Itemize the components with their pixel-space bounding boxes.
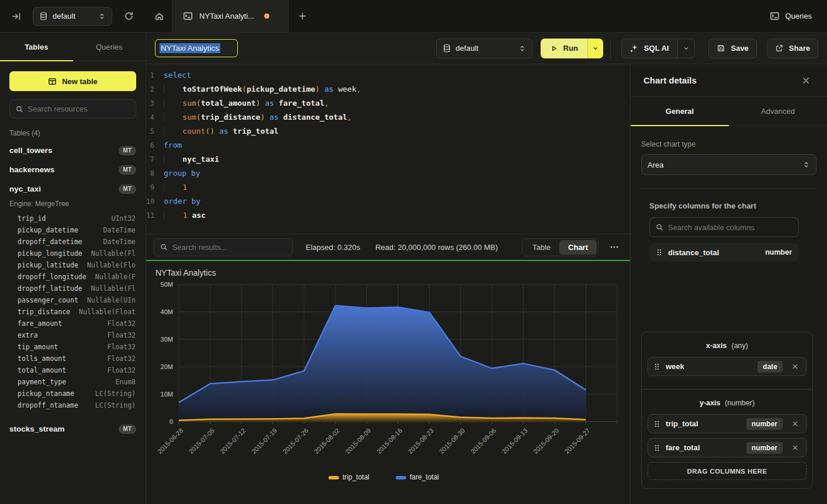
svg-text:2015-08-16: 2015-08-16 (375, 427, 403, 455)
results-search-input[interactable] (172, 243, 286, 252)
share-icon (775, 44, 784, 53)
table-column[interactable]: total_amount Float32 (0, 364, 146, 376)
refresh-button[interactable] (120, 8, 137, 25)
run-button[interactable]: Run (541, 39, 587, 58)
sql-ai-options-button[interactable] (677, 39, 694, 58)
column-type: UInt32 (111, 214, 136, 223)
tab-advanced[interactable]: Advanced (729, 97, 827, 126)
table-item[interactable]: stocks_stream MT (0, 419, 146, 439)
remove-column-button[interactable] (790, 443, 800, 453)
query-title-input[interactable]: NYTaxi Analytics (155, 39, 238, 57)
table-column[interactable]: dropoff_datetime DateTime (0, 236, 146, 248)
sidebar-search-input[interactable] (28, 105, 130, 113)
chart-type-select[interactable]: Area (641, 154, 816, 175)
table-view-button[interactable]: Table (524, 240, 559, 255)
home-tab[interactable] (146, 0, 172, 32)
tab-general[interactable]: General (631, 97, 729, 126)
column-type: Nullable(Fl (91, 249, 136, 258)
editor-line: 3 sum(total_amount) as fare_total, (146, 96, 630, 110)
table-column[interactable]: pickup_latitude Nullable(Flo (0, 259, 146, 271)
table-column[interactable]: extra Float32 (0, 329, 146, 341)
search-icon (16, 105, 23, 113)
drag-handle-icon (654, 363, 660, 371)
remove-column-button[interactable] (790, 419, 800, 429)
x-axis-header: x-axis(any) (648, 342, 807, 350)
y-axis-item-fare-total[interactable]: fare_total number (648, 438, 807, 457)
svg-text:2015-09-06: 2015-09-06 (469, 427, 497, 455)
engine-badge: MT (119, 146, 136, 155)
table-item[interactable]: cell_towers MT (0, 141, 146, 160)
table-column[interactable]: payment_type Enum8 (0, 376, 146, 388)
chevron-updown-icon (518, 44, 526, 53)
tabstrip: NYTaxi Analyti... (146, 0, 316, 32)
table-column[interactable]: tolls_amount Float32 (0, 353, 146, 364)
y-axis-item-trip-total[interactable]: trip_total number (648, 414, 807, 433)
code-line: count() as trip_total (164, 124, 279, 138)
line-number: 10 (146, 194, 164, 208)
columns-search[interactable] (649, 217, 799, 237)
run-options-button[interactable] (587, 39, 603, 58)
sql-editor[interactable]: 1select2 toStartOfWeek(pickup_datetime) … (146, 64, 630, 234)
sql-ai-button[interactable]: SQL AI (621, 39, 695, 58)
legend-item-fare_total[interactable]: fare_total (396, 473, 439, 481)
editor-line: 1select (146, 68, 630, 82)
column-name: dropoff_latitude (18, 284, 82, 293)
table-column[interactable]: trip_distance Nullable(Float (0, 306, 146, 318)
table-item[interactable]: hackernews MT (0, 160, 146, 179)
query-tab[interactable]: NYTaxi Analyti... (172, 0, 289, 32)
svg-text:2015-09-20: 2015-09-20 (532, 427, 560, 455)
new-table-button[interactable]: New table (9, 71, 136, 91)
drag-handle-icon (654, 420, 660, 428)
database-icon (442, 44, 451, 53)
share-button[interactable]: Share (767, 39, 818, 58)
new-tab-button[interactable] (289, 0, 316, 32)
close-panel-button[interactable] (798, 72, 814, 89)
table-column[interactable]: pickup_datetime DateTime (0, 224, 146, 236)
drag-columns-dropzone[interactable]: DRAG COLUMNS HERE (648, 462, 807, 480)
y-axis-header: y-axis(number) (648, 399, 807, 407)
results-search[interactable] (154, 238, 293, 256)
column-type: Float32 (108, 331, 136, 339)
database-selector[interactable]: default (33, 7, 112, 26)
chart-panel: NYTaxi Analytics 010M20M30M40M50M2015-06… (146, 260, 630, 504)
available-column-distance-total[interactable]: distance_total number (649, 243, 799, 262)
column-name: distance_total (668, 248, 719, 257)
x-axis-item-week[interactable]: week date (648, 357, 807, 376)
table-column[interactable]: dropoff_latitude Nullable(Fl (0, 283, 146, 294)
active-tab-underline (631, 125, 729, 126)
line-number: 8 (146, 166, 164, 180)
toolbar-database-selector[interactable]: default (436, 39, 532, 58)
more-options-button[interactable] (606, 239, 622, 255)
column-name: total_amount (18, 366, 66, 374)
columns-search-input[interactable] (668, 223, 793, 232)
queries-button[interactable]: Queries (770, 11, 827, 21)
save-button[interactable]: Save (708, 39, 756, 58)
table-column[interactable]: pickup_longitude Nullable(Fl (0, 248, 146, 259)
chevron-updown-icon (802, 161, 810, 169)
table-column[interactable]: passenger_count Nullable(UIn (0, 294, 146, 306)
table-column[interactable]: trip_id UInt32 (0, 213, 146, 224)
sidebar-search[interactable] (9, 99, 136, 119)
chart-view-button[interactable]: Chart (559, 240, 597, 255)
svg-text:2015-08-23: 2015-08-23 (407, 427, 435, 455)
unsaved-dot (264, 13, 269, 19)
table-item[interactable]: nyc_taxi MT (0, 179, 146, 199)
editor-line: 7 nyc_taxi (146, 152, 630, 166)
column-name: tip_amount (18, 343, 58, 351)
remove-column-button[interactable] (790, 362, 800, 372)
sidebar-tab-tables[interactable]: Tables (0, 33, 73, 61)
column-name: pickup_datetime (18, 226, 78, 234)
editor-line: 6from (146, 138, 630, 152)
table-column[interactable]: fare_amount Float32 (0, 318, 146, 329)
table-column[interactable]: dropoff_longitude Nullable(F (0, 271, 146, 283)
axis-column-name: fare_total (666, 443, 700, 452)
legend-item-trip_total[interactable]: trip_total (328, 473, 369, 481)
sidebar-tab-queries[interactable]: Queries (73, 33, 146, 61)
collapse-sidebar-button[interactable] (8, 8, 25, 25)
table-column[interactable]: tip_amount Float32 (0, 341, 146, 353)
line-number: 1 (146, 68, 164, 82)
table-column[interactable]: pickup_ntaname LC(String) (0, 388, 146, 399)
table-column[interactable]: dropoff_ntaname LC(String) (0, 399, 146, 411)
line-number: 9 (146, 180, 164, 194)
x-axis-section: x-axis(any) week date (642, 332, 812, 389)
